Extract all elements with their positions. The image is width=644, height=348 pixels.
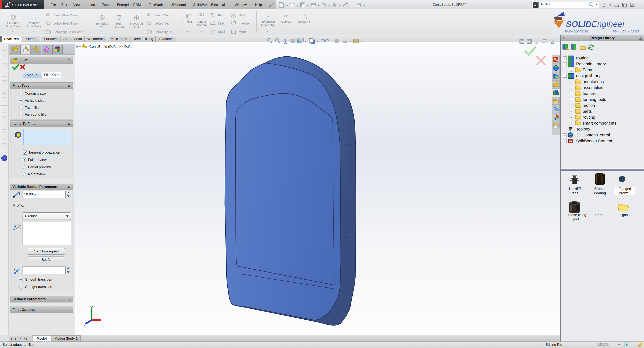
- svg-text:www.solide.se: www.solide.se: [565, 29, 588, 33]
- svg-text:P1: P1: [18, 225, 20, 227]
- svg-text:ab: ab: [232, 14, 235, 16]
- svg-text:SOLIDEngineer: SOLIDEngineer: [566, 19, 626, 29]
- svg-text:SOLIDWORKS: SOLIDWORKS: [12, 3, 40, 7]
- svg-text:08 - 544 730 20: 08 - 544 730 20: [613, 29, 639, 33]
